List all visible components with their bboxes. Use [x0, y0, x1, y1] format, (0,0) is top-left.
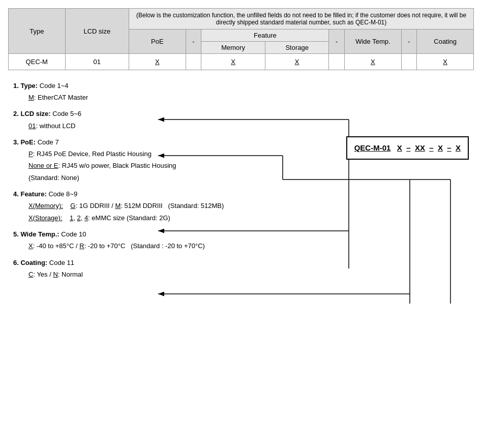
section-5-title: 5. Wide Temp.: Code 10 [13, 229, 474, 240]
cell-dash2 [329, 54, 345, 70]
section-3-item-none: None or E: RJ45 w/o power, Black Plastic… [28, 160, 474, 171]
cell-coating: X [417, 54, 474, 70]
section-lcd: 2. LCD size: Code 5~6 01: without LCD [13, 108, 474, 131]
section-1-item-m: M: EtherCAT Master [28, 92, 474, 103]
model-x3: X [456, 143, 461, 152]
content-area: QEC-M-01 X – XX – X – X [8, 80, 474, 295]
model-x2: X [438, 143, 443, 152]
cell-lcd: 01 [65, 54, 129, 70]
model-xx: XX [415, 143, 425, 152]
cell-widetemp: X [345, 54, 402, 70]
section-feature: 4. Feature: Code 8~9 X(Memory): G: 1G DD… [13, 189, 474, 224]
col-dash2: - [329, 29, 345, 54]
model-table: Type LCD size (Below is the customizatio… [8, 8, 474, 70]
section-2-title: 2. LCD size: Code 5~6 [13, 108, 474, 120]
col-dash1: - [186, 29, 201, 54]
model-code-box: QEC-M-01 X – XX – X – X [346, 136, 469, 160]
section-6-item: C: Yes / N: Normal [28, 268, 474, 280]
col-header-type: Type [9, 9, 66, 54]
section-4-title: 4. Feature: Code 8~9 [13, 189, 474, 200]
section-5-item: X: -40 to +85°C / R: -20 to +70°C (Stand… [28, 240, 474, 252]
col-header-widetemp: Wide Temp. [345, 29, 402, 54]
section-widetemp: 5. Wide Temp.: Code 10 X: -40 to +85°C /… [13, 229, 474, 252]
col-dash3: - [401, 29, 417, 54]
model-prefix: QEC-M-01 [354, 143, 391, 152]
section-1-title: 1. Type: Code 1~4 [13, 80, 474, 92]
section-coating: 6. Coating: Code 11 C: Yes / N: Normal [13, 257, 474, 280]
cell-dash3 [401, 54, 417, 70]
col-header-feature: Feature [201, 29, 329, 42]
section-4-memory: X(Memory): G: 1G DDRIII / M: 512M DDRIII… [28, 200, 474, 212]
cell-type: QEC-M [9, 54, 66, 70]
cell-memory: X [201, 54, 265, 70]
model-dash3: – [447, 143, 451, 152]
col-header-memory: Memory [201, 42, 265, 54]
col-header-lcd: LCD size [65, 9, 129, 54]
section-type: 1. Type: Code 1~4 M: EtherCAT Master [13, 80, 474, 103]
section-3-standard: (Standard: None) [28, 172, 474, 184]
cell-dash1 [186, 54, 201, 70]
section-6-title: 6. Coating: Code 11 [13, 257, 474, 268]
table-note: (Below is the customization function, th… [129, 9, 474, 29]
section-4-storage: X(Storage): 1, 2, 4: eMMC size (Standard… [28, 212, 474, 224]
model-dash1: – [406, 143, 410, 152]
col-header-poe: PoE [129, 29, 186, 54]
col-header-storage: Storage [265, 42, 329, 54]
col-header-coating: Coating [417, 29, 474, 54]
model-x1: X [397, 143, 402, 152]
cell-poe: X [129, 54, 186, 70]
section-2-item-01: 01: without LCD [28, 120, 474, 132]
model-dash2: – [429, 143, 433, 152]
cell-storage: X [265, 54, 329, 70]
